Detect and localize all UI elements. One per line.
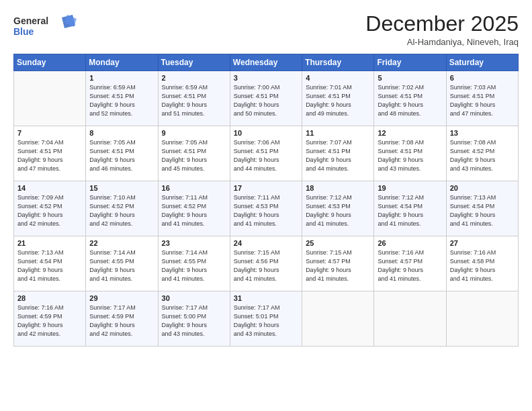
cell-content: Sunrise: 7:11 AM Sunset: 4:52 PM Dayligh… bbox=[162, 193, 226, 228]
calendar-week-1: 1Sunrise: 6:59 AM Sunset: 4:51 PM Daylig… bbox=[14, 71, 519, 126]
cell-content: Sunrise: 7:17 AM Sunset: 5:00 PM Dayligh… bbox=[162, 304, 226, 338]
cell-content: Sunrise: 7:05 AM Sunset: 4:51 PM Dayligh… bbox=[89, 138, 154, 173]
calendar-cell: 16Sunrise: 7:11 AM Sunset: 4:52 PM Dayli… bbox=[158, 181, 230, 236]
calendar-cell: 17Sunrise: 7:11 AM Sunset: 4:53 PM Dayli… bbox=[230, 181, 302, 236]
calendar-cell: 12Sunrise: 7:08 AM Sunset: 4:51 PM Dayli… bbox=[374, 126, 446, 181]
calendar-cell: 13Sunrise: 7:08 AM Sunset: 4:52 PM Dayli… bbox=[446, 126, 518, 181]
day-number: 23 bbox=[162, 239, 226, 247]
day-number: 5 bbox=[378, 74, 442, 82]
calendar-cell: 3Sunrise: 7:00 AM Sunset: 4:51 PM Daylig… bbox=[230, 71, 302, 126]
day-number: 31 bbox=[234, 294, 298, 302]
calendar-week-3: 14Sunrise: 7:09 AM Sunset: 4:52 PM Dayli… bbox=[14, 181, 519, 236]
cell-content: Sunrise: 7:16 AM Sunset: 4:57 PM Dayligh… bbox=[378, 248, 442, 283]
calendar-table: SundayMondayTuesdayWednesdayThursdayFrid… bbox=[13, 54, 519, 347]
calendar-week-4: 21Sunrise: 7:13 AM Sunset: 4:54 PM Dayli… bbox=[14, 236, 519, 291]
cell-content: Sunrise: 7:17 AM Sunset: 4:59 PM Dayligh… bbox=[89, 304, 154, 338]
calendar-cell: 29Sunrise: 7:17 AM Sunset: 4:59 PM Dayli… bbox=[86, 291, 158, 347]
svg-text:Blue: Blue bbox=[13, 26, 34, 37]
cell-content: Sunrise: 7:14 AM Sunset: 4:55 PM Dayligh… bbox=[89, 248, 154, 283]
calendar-cell: 10Sunrise: 7:06 AM Sunset: 4:51 PM Dayli… bbox=[230, 126, 302, 181]
calendar-cell: 30Sunrise: 7:17 AM Sunset: 5:00 PM Dayli… bbox=[158, 291, 230, 347]
day-number: 26 bbox=[378, 239, 442, 247]
day-number: 13 bbox=[450, 129, 515, 137]
cell-content: Sunrise: 7:04 AM Sunset: 4:51 PM Dayligh… bbox=[17, 138, 82, 173]
day-number: 8 bbox=[89, 129, 154, 137]
calendar-cell: 14Sunrise: 7:09 AM Sunset: 4:52 PM Dayli… bbox=[14, 181, 86, 236]
cell-content: Sunrise: 7:11 AM Sunset: 4:53 PM Dayligh… bbox=[234, 193, 298, 228]
calendar-cell: 24Sunrise: 7:15 AM Sunset: 4:56 PM Dayli… bbox=[230, 236, 302, 291]
calendar-cell bbox=[302, 291, 374, 347]
calendar-cell: 11Sunrise: 7:07 AM Sunset: 4:51 PM Dayli… bbox=[302, 126, 374, 181]
calendar-cell bbox=[446, 291, 518, 347]
cell-content: Sunrise: 6:59 AM Sunset: 4:51 PM Dayligh… bbox=[162, 83, 226, 118]
location-subtitle: Al-Hamdaniya, Nineveh, Iraq bbox=[365, 37, 519, 47]
cell-content: Sunrise: 7:05 AM Sunset: 4:51 PM Dayligh… bbox=[162, 138, 226, 173]
day-number: 25 bbox=[306, 239, 370, 247]
day-number: 12 bbox=[378, 129, 442, 137]
cell-content: Sunrise: 7:09 AM Sunset: 4:52 PM Dayligh… bbox=[17, 193, 82, 228]
calendar-cell: 19Sunrise: 7:12 AM Sunset: 4:54 PM Dayli… bbox=[374, 181, 446, 236]
cell-content: Sunrise: 7:13 AM Sunset: 4:54 PM Dayligh… bbox=[450, 193, 515, 228]
header: General Blue December 2025 Al-Hamdaniya,… bbox=[13, 12, 519, 47]
col-header-monday: Monday bbox=[86, 54, 158, 71]
day-number: 16 bbox=[162, 184, 226, 192]
cell-content: Sunrise: 7:07 AM Sunset: 4:51 PM Dayligh… bbox=[306, 138, 370, 173]
calendar-cell bbox=[14, 71, 86, 126]
calendar-cell bbox=[374, 291, 446, 347]
cell-content: Sunrise: 7:12 AM Sunset: 4:54 PM Dayligh… bbox=[378, 193, 442, 228]
col-header-thursday: Thursday bbox=[302, 54, 374, 71]
day-number: 4 bbox=[306, 74, 370, 82]
day-number: 1 bbox=[89, 74, 154, 82]
day-number: 11 bbox=[306, 129, 370, 137]
calendar-cell: 23Sunrise: 7:14 AM Sunset: 4:55 PM Dayli… bbox=[158, 236, 230, 291]
day-number: 17 bbox=[234, 184, 298, 192]
calendar-cell: 8Sunrise: 7:05 AM Sunset: 4:51 PM Daylig… bbox=[86, 126, 158, 181]
cell-content: Sunrise: 7:15 AM Sunset: 4:56 PM Dayligh… bbox=[234, 248, 298, 283]
cell-content: Sunrise: 7:15 AM Sunset: 4:57 PM Dayligh… bbox=[306, 248, 370, 283]
cell-content: Sunrise: 7:10 AM Sunset: 4:52 PM Dayligh… bbox=[89, 193, 154, 228]
calendar-cell: 20Sunrise: 7:13 AM Sunset: 4:54 PM Dayli… bbox=[446, 181, 518, 236]
cell-content: Sunrise: 7:01 AM Sunset: 4:51 PM Dayligh… bbox=[306, 83, 370, 118]
cell-content: Sunrise: 7:17 AM Sunset: 5:01 PM Dayligh… bbox=[234, 304, 298, 338]
calendar-cell: 27Sunrise: 7:16 AM Sunset: 4:58 PM Dayli… bbox=[446, 236, 518, 291]
day-number: 7 bbox=[17, 129, 82, 137]
calendar-cell: 18Sunrise: 7:12 AM Sunset: 4:53 PM Dayli… bbox=[302, 181, 374, 236]
calendar-cell: 7Sunrise: 7:04 AM Sunset: 4:51 PM Daylig… bbox=[14, 126, 86, 181]
day-number: 6 bbox=[450, 74, 515, 82]
calendar-cell: 4Sunrise: 7:01 AM Sunset: 4:51 PM Daylig… bbox=[302, 71, 374, 126]
cell-content: Sunrise: 7:12 AM Sunset: 4:53 PM Dayligh… bbox=[306, 193, 370, 228]
cell-content: Sunrise: 7:03 AM Sunset: 4:51 PM Dayligh… bbox=[450, 83, 515, 118]
calendar-week-5: 28Sunrise: 7:16 AM Sunset: 4:59 PM Dayli… bbox=[14, 291, 519, 347]
col-header-wednesday: Wednesday bbox=[230, 54, 302, 71]
svg-text:General: General bbox=[13, 15, 48, 26]
col-header-tuesday: Tuesday bbox=[158, 54, 230, 71]
cell-content: Sunrise: 7:13 AM Sunset: 4:54 PM Dayligh… bbox=[17, 248, 82, 283]
cell-content: Sunrise: 7:00 AM Sunset: 4:51 PM Dayligh… bbox=[234, 83, 298, 118]
cell-content: Sunrise: 7:08 AM Sunset: 4:52 PM Dayligh… bbox=[450, 138, 515, 173]
day-number: 2 bbox=[162, 74, 226, 82]
cell-content: Sunrise: 7:02 AM Sunset: 4:51 PM Dayligh… bbox=[378, 83, 442, 118]
calendar-cell: 22Sunrise: 7:14 AM Sunset: 4:55 PM Dayli… bbox=[86, 236, 158, 291]
day-number: 19 bbox=[378, 184, 442, 192]
calendar-cell: 1Sunrise: 6:59 AM Sunset: 4:51 PM Daylig… bbox=[86, 71, 158, 126]
calendar-cell: 15Sunrise: 7:10 AM Sunset: 4:52 PM Dayli… bbox=[86, 181, 158, 236]
logo: General Blue bbox=[13, 12, 81, 44]
calendar-cell: 31Sunrise: 7:17 AM Sunset: 5:01 PM Dayli… bbox=[230, 291, 302, 347]
day-number: 29 bbox=[89, 294, 154, 302]
day-number: 30 bbox=[162, 294, 226, 302]
calendar-cell: 2Sunrise: 6:59 AM Sunset: 4:51 PM Daylig… bbox=[158, 71, 230, 126]
cell-content: Sunrise: 7:16 AM Sunset: 4:59 PM Dayligh… bbox=[17, 304, 82, 338]
day-number: 14 bbox=[17, 184, 82, 192]
title-block: December 2025 Al-Hamdaniya, Nineveh, Ira… bbox=[365, 12, 519, 47]
col-header-sunday: Sunday bbox=[14, 54, 86, 71]
day-number: 28 bbox=[17, 294, 82, 302]
calendar-header-row: SundayMondayTuesdayWednesdayThursdayFrid… bbox=[14, 54, 519, 71]
calendar-cell: 6Sunrise: 7:03 AM Sunset: 4:51 PM Daylig… bbox=[446, 71, 518, 126]
day-number: 21 bbox=[17, 239, 82, 247]
calendar-cell: 9Sunrise: 7:05 AM Sunset: 4:51 PM Daylig… bbox=[158, 126, 230, 181]
cell-content: Sunrise: 7:08 AM Sunset: 4:51 PM Dayligh… bbox=[378, 138, 442, 173]
calendar-cell: 28Sunrise: 7:16 AM Sunset: 4:59 PM Dayli… bbox=[14, 291, 86, 347]
col-header-saturday: Saturday bbox=[446, 54, 518, 71]
cell-content: Sunrise: 6:59 AM Sunset: 4:51 PM Dayligh… bbox=[89, 83, 154, 118]
logo-text: General Blue bbox=[13, 12, 81, 44]
